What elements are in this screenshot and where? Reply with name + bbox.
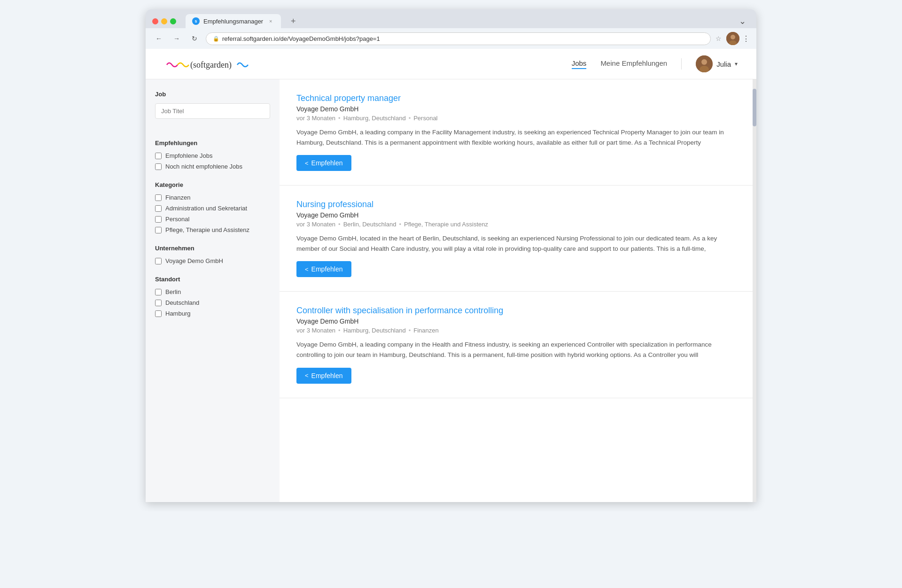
kategorie-finanzen-item[interactable]: Finanzen [155, 194, 270, 201]
standort-berlin-checkbox[interactable] [155, 289, 162, 295]
empfehlen-button-1[interactable]: < Empfehlen [296, 155, 351, 171]
job-category-3: Finanzen [413, 327, 438, 334]
content-area: Technical property manager Voyage Demo G… [280, 79, 753, 502]
kategorie-finanzen-label: Finanzen [165, 194, 190, 201]
kategorie-pflege-item[interactable]: Pflege, Therapie und Assistenz [155, 226, 270, 233]
job-time-3: vor 3 Monaten [296, 327, 335, 334]
job-category-2: Pflege, Therapie und Assistenz [404, 221, 488, 228]
standort-hamburg-checkbox[interactable] [155, 310, 162, 317]
logo: (softgarden) [164, 54, 249, 73]
share-icon-3: < [305, 372, 309, 379]
back-button[interactable]: ← [152, 32, 165, 45]
job-card-1: Technical property manager Voyage Demo G… [280, 79, 753, 186]
standort-hamburg-label: Hamburg [165, 310, 190, 317]
new-tab-button[interactable]: + [288, 15, 299, 27]
job-meta-2: vor 3 Monaten • Berlin, Deutschland • Pf… [296, 221, 736, 228]
standort-deutschland-item[interactable]: Deutschland [155, 299, 270, 306]
browser-tab[interactable]: s Empfehlungsmanager × [186, 14, 281, 28]
bookmark-icon[interactable]: ☆ [715, 35, 722, 42]
job-description-2: Voyage Demo GmbH, located in the heart o… [296, 233, 736, 254]
job-category-1: Personal [413, 115, 437, 122]
nav-divider [681, 58, 682, 70]
job-company-1: Voyage Demo GmbH [296, 105, 736, 113]
job-card-3: Controller with specialisation in perfor… [280, 292, 753, 398]
empfohlene-jobs-label: Empfohlene Jobs [165, 152, 212, 159]
browser-chevron[interactable]: ⌄ [739, 16, 750, 26]
job-location-3: Hamburg, Deutschland [343, 327, 406, 334]
browser-menu-button[interactable]: ⋮ [742, 34, 750, 43]
browser-profile-icon[interactable] [726, 32, 739, 45]
standort-hamburg-item[interactable]: Hamburg [155, 310, 270, 317]
nav-link-empfehlungen[interactable]: Meine Empfehlungen [600, 59, 667, 69]
address-bar[interactable]: 🔒 referral.softgarden.io/de/VoyageDemoGm… [206, 32, 711, 45]
tab-close-button[interactable]: × [267, 17, 274, 25]
svg-text:(softgarden): (softgarden) [190, 60, 232, 70]
empfohlene-jobs-checkbox-item[interactable]: Empfohlene Jobs [155, 152, 270, 159]
unternehmen-filter-section: Unternehmen Voyage Demo GmbH [155, 245, 270, 264]
kategorie-personal-item[interactable]: Personal [155, 216, 270, 223]
scrollbar-thumb[interactable] [753, 89, 756, 126]
browser-toolbar-right: ⋮ [726, 32, 750, 45]
kategorie-administration-label: Administration und Sekretariat [165, 205, 247, 212]
nicht-empfohlene-jobs-checkbox-item[interactable]: Noch nicht empfohlene Jobs [155, 163, 270, 170]
kategorie-administration-checkbox[interactable] [155, 205, 162, 212]
kategorie-finanzen-checkbox[interactable] [155, 194, 162, 201]
empfehlen-label-2: Empfehlen [311, 265, 343, 273]
security-icon: 🔒 [213, 36, 219, 42]
job-section-title: Job [155, 91, 270, 98]
minimize-window-button[interactable] [161, 18, 167, 24]
empfohlene-jobs-checkbox[interactable] [155, 153, 162, 159]
empfehlen-button-3[interactable]: < Empfehlen [296, 368, 351, 384]
url-text: referral.softgarden.io/de/VoyageDemoGmbH… [222, 35, 704, 42]
unternehmen-section-title: Unternehmen [155, 245, 270, 252]
scrollbar-track[interactable] [753, 79, 756, 502]
job-company-3: Voyage Demo GmbH [296, 317, 736, 325]
unternehmen-voyage-checkbox[interactable] [155, 258, 162, 264]
user-menu-chevron-icon: ▾ [735, 61, 738, 67]
close-window-button[interactable] [152, 18, 158, 24]
meta-dot: • [399, 221, 401, 228]
main-layout: Job Empfehlungen Empfohlene Jobs Noch ni… [146, 79, 756, 502]
svg-point-5 [701, 59, 707, 65]
job-title-2[interactable]: Nursing professional [296, 200, 736, 209]
empfehlen-button-2[interactable]: < Empfehlen [296, 261, 351, 277]
forward-button[interactable]: → [170, 32, 183, 45]
user-name: Julia [716, 60, 731, 68]
kategorie-administration-item[interactable]: Administration und Sekretariat [155, 205, 270, 212]
meta-dot: • [338, 115, 341, 122]
empfehlen-label-1: Empfehlen [311, 159, 343, 167]
standort-deutschland-checkbox[interactable] [155, 300, 162, 306]
reload-button[interactable]: ↻ [188, 32, 201, 45]
empfehlungen-filter-section: Empfehlungen Empfohlene Jobs Noch nicht … [155, 139, 270, 170]
kategorie-pflege-label: Pflege, Therapie und Assistenz [165, 226, 249, 233]
job-title-3[interactable]: Controller with specialisation in perfor… [296, 306, 736, 316]
meta-dot: • [409, 327, 411, 334]
job-title-1[interactable]: Technical property manager [296, 93, 736, 103]
kategorie-pflege-checkbox[interactable] [155, 227, 162, 233]
job-title-input[interactable] [155, 103, 270, 119]
traffic-lights [152, 18, 176, 24]
unternehmen-voyage-item[interactable]: Voyage Demo GmbH [155, 257, 270, 264]
user-profile[interactable]: Julia ▾ [696, 55, 738, 72]
tab-title: Empfehlungsmanager [203, 18, 263, 25]
tab-favicon: s [192, 17, 200, 25]
share-icon: < [305, 160, 309, 167]
kategorie-filter-section: Kategorie Finanzen Administration und Se… [155, 181, 270, 233]
standort-berlin-item[interactable]: Berlin [155, 288, 270, 295]
nicht-empfohlene-jobs-checkbox[interactable] [155, 163, 162, 170]
job-location-2: Berlin, Deutschland [343, 221, 397, 228]
standort-section-title: Standort [155, 276, 270, 283]
svg-point-1 [731, 35, 735, 39]
job-card-2: Nursing professional Voyage Demo GmbH vo… [280, 186, 753, 292]
job-meta-1: vor 3 Monaten • Hamburg, Deutschland • P… [296, 115, 736, 122]
maximize-window-button[interactable] [170, 18, 176, 24]
job-location-1: Hamburg, Deutschland [343, 115, 406, 122]
browser-titlebar: s Empfehlungsmanager × + ⌄ [146, 9, 756, 28]
kategorie-section-title: Kategorie [155, 181, 270, 188]
job-time-1: vor 3 Monaten [296, 115, 335, 122]
kategorie-personal-checkbox[interactable] [155, 216, 162, 223]
job-filter-section: Job [155, 91, 270, 128]
nav-link-jobs[interactable]: Jobs [572, 59, 587, 69]
sidebar: Job Empfehlungen Empfohlene Jobs Noch ni… [146, 79, 280, 502]
nav-links: Jobs Meine Empfehlungen Julia ▾ [572, 55, 738, 72]
